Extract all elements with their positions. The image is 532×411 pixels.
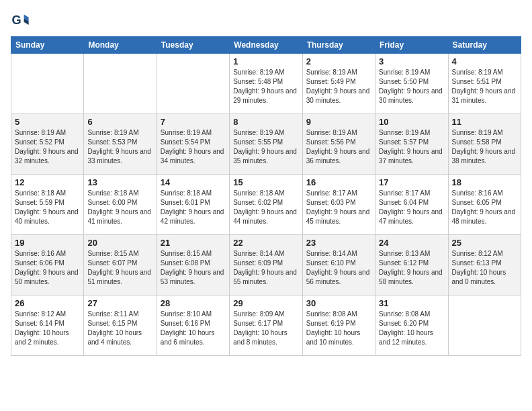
calendar-cell (84, 54, 157, 114)
calendar-cell: 25Sunrise: 8:12 AM Sunset: 6:13 PM Dayli… (448, 235, 521, 295)
day-number: 30 (306, 298, 371, 308)
day-info: Sunrise: 8:11 AM Sunset: 6:15 PM Dayligh… (87, 310, 152, 347)
day-info: Sunrise: 8:19 AM Sunset: 5:52 PM Dayligh… (15, 128, 80, 166)
calendar-cell: 10Sunrise: 8:19 AM Sunset: 5:57 PM Dayli… (375, 114, 448, 175)
day-number: 25 (452, 238, 517, 248)
calendar-cell: 4Sunrise: 8:19 AM Sunset: 5:51 PM Daylig… (448, 54, 521, 114)
day-info: Sunrise: 8:15 AM Sunset: 6:07 PM Dayligh… (87, 249, 152, 287)
day-number: 24 (379, 238, 444, 248)
day-number: 20 (87, 238, 152, 248)
calendar-cell: 21Sunrise: 8:15 AM Sunset: 6:08 PM Dayli… (157, 235, 229, 295)
day-number: 21 (161, 238, 226, 248)
day-info: Sunrise: 8:19 AM Sunset: 5:57 PM Dayligh… (379, 128, 444, 166)
day-number: 11 (452, 117, 517, 127)
header-sunday: Sunday (11, 37, 84, 54)
day-info: Sunrise: 8:16 AM Sunset: 6:05 PM Dayligh… (452, 189, 517, 226)
calendar-cell: 31Sunrise: 8:08 AM Sunset: 6:20 PM Dayli… (375, 295, 448, 356)
day-info: Sunrise: 8:08 AM Sunset: 6:20 PM Dayligh… (379, 310, 444, 347)
day-number: 26 (15, 298, 80, 308)
logo-icon: G (11, 11, 30, 30)
calendar-cell: 27Sunrise: 8:11 AM Sunset: 6:15 PM Dayli… (84, 295, 157, 356)
day-number: 28 (161, 298, 226, 308)
calendar-header-row: SundayMondayTuesdayWednesdayThursdayFrid… (11, 37, 521, 54)
day-number: 12 (15, 177, 80, 187)
day-info: Sunrise: 8:18 AM Sunset: 6:02 PM Dayligh… (233, 189, 298, 226)
calendar-week-row: 1Sunrise: 8:19 AM Sunset: 5:48 PM Daylig… (11, 54, 521, 114)
day-info: Sunrise: 8:18 AM Sunset: 6:01 PM Dayligh… (161, 189, 226, 226)
day-number: 8 (233, 117, 298, 127)
day-info: Sunrise: 8:17 AM Sunset: 6:03 PM Dayligh… (306, 189, 371, 226)
header-wednesday: Wednesday (230, 37, 302, 54)
calendar-cell: 6Sunrise: 8:19 AM Sunset: 5:53 PM Daylig… (84, 114, 157, 175)
day-number: 9 (306, 117, 371, 127)
day-number: 13 (87, 177, 152, 187)
day-number: 10 (379, 117, 444, 127)
calendar-cell (448, 295, 521, 356)
calendar-cell: 5Sunrise: 8:19 AM Sunset: 5:52 PM Daylig… (11, 114, 84, 175)
day-info: Sunrise: 8:18 AM Sunset: 6:00 PM Dayligh… (87, 189, 152, 226)
calendar-week-row: 12Sunrise: 8:18 AM Sunset: 5:59 PM Dayli… (11, 175, 521, 235)
day-info: Sunrise: 8:19 AM Sunset: 5:54 PM Dayligh… (161, 128, 226, 166)
day-number: 1 (233, 56, 298, 66)
day-number: 16 (306, 177, 371, 187)
day-info: Sunrise: 8:19 AM Sunset: 5:53 PM Dayligh… (87, 128, 152, 166)
day-info: Sunrise: 8:19 AM Sunset: 5:50 PM Dayligh… (379, 68, 444, 105)
day-info: Sunrise: 8:19 AM Sunset: 5:58 PM Dayligh… (452, 128, 517, 166)
day-number: 14 (161, 177, 226, 187)
calendar-table: SundayMondayTuesdayWednesdayThursdayFrid… (11, 36, 521, 356)
day-number: 15 (233, 177, 298, 187)
day-number: 2 (306, 56, 371, 66)
day-number: 31 (379, 298, 444, 308)
day-number: 18 (452, 177, 517, 187)
calendar-cell: 9Sunrise: 8:19 AM Sunset: 5:56 PM Daylig… (302, 114, 375, 175)
day-number: 7 (161, 117, 226, 127)
calendar-cell: 16Sunrise: 8:17 AM Sunset: 6:03 PM Dayli… (302, 175, 375, 235)
day-info: Sunrise: 8:14 AM Sunset: 6:09 PM Dayligh… (233, 249, 298, 287)
day-number: 5 (15, 117, 80, 127)
calendar-cell: 29Sunrise: 8:09 AM Sunset: 6:17 PM Dayli… (230, 295, 302, 356)
calendar-cell (11, 54, 84, 114)
day-info: Sunrise: 8:18 AM Sunset: 5:59 PM Dayligh… (15, 189, 80, 226)
day-number: 23 (306, 238, 371, 248)
calendar-week-row: 5Sunrise: 8:19 AM Sunset: 5:52 PM Daylig… (11, 114, 521, 175)
calendar-cell: 1Sunrise: 8:19 AM Sunset: 5:48 PM Daylig… (230, 54, 302, 114)
calendar-cell: 19Sunrise: 8:16 AM Sunset: 6:06 PM Dayli… (11, 235, 84, 295)
calendar-cell: 12Sunrise: 8:18 AM Sunset: 5:59 PM Dayli… (11, 175, 84, 235)
day-info: Sunrise: 8:19 AM Sunset: 5:56 PM Dayligh… (306, 128, 371, 166)
day-info: Sunrise: 8:13 AM Sunset: 6:12 PM Dayligh… (379, 249, 444, 287)
day-info: Sunrise: 8:14 AM Sunset: 6:10 PM Dayligh… (306, 249, 371, 287)
calendar-cell: 3Sunrise: 8:19 AM Sunset: 5:50 PM Daylig… (375, 54, 448, 114)
day-info: Sunrise: 8:19 AM Sunset: 5:49 PM Dayligh… (306, 68, 371, 105)
header-thursday: Thursday (302, 37, 375, 54)
day-info: Sunrise: 8:17 AM Sunset: 6:04 PM Dayligh… (379, 189, 444, 226)
day-info: Sunrise: 8:10 AM Sunset: 6:16 PM Dayligh… (161, 310, 226, 347)
calendar-cell: 11Sunrise: 8:19 AM Sunset: 5:58 PM Dayli… (448, 114, 521, 175)
day-info: Sunrise: 8:08 AM Sunset: 6:19 PM Dayligh… (306, 310, 371, 347)
calendar-cell: 24Sunrise: 8:13 AM Sunset: 6:12 PM Dayli… (375, 235, 448, 295)
day-number: 19 (15, 238, 80, 248)
calendar-cell: 23Sunrise: 8:14 AM Sunset: 6:10 PM Dayli… (302, 235, 375, 295)
day-info: Sunrise: 8:19 AM Sunset: 5:48 PM Dayligh… (233, 68, 298, 105)
day-number: 6 (87, 117, 152, 127)
calendar-cell: 7Sunrise: 8:19 AM Sunset: 5:54 PM Daylig… (157, 114, 229, 175)
header-friday: Friday (375, 37, 448, 54)
calendar-cell: 26Sunrise: 8:12 AM Sunset: 6:14 PM Dayli… (11, 295, 84, 356)
calendar-cell: 28Sunrise: 8:10 AM Sunset: 6:16 PM Dayli… (157, 295, 229, 356)
day-number: 27 (87, 298, 152, 308)
calendar-cell: 8Sunrise: 8:19 AM Sunset: 5:55 PM Daylig… (230, 114, 302, 175)
calendar-cell (157, 54, 229, 114)
day-number: 22 (233, 238, 298, 248)
day-info: Sunrise: 8:09 AM Sunset: 6:17 PM Dayligh… (233, 310, 298, 347)
day-info: Sunrise: 8:12 AM Sunset: 6:14 PM Dayligh… (15, 310, 80, 347)
logo: G (11, 11, 32, 30)
day-info: Sunrise: 8:19 AM Sunset: 5:55 PM Dayligh… (233, 128, 298, 166)
calendar-cell: 15Sunrise: 8:18 AM Sunset: 6:02 PM Dayli… (230, 175, 302, 235)
header-tuesday: Tuesday (157, 37, 229, 54)
calendar-cell: 30Sunrise: 8:08 AM Sunset: 6:19 PM Dayli… (302, 295, 375, 356)
day-info: Sunrise: 8:19 AM Sunset: 5:51 PM Dayligh… (452, 68, 517, 105)
calendar-week-row: 26Sunrise: 8:12 AM Sunset: 6:14 PM Dayli… (11, 295, 521, 356)
calendar-cell: 14Sunrise: 8:18 AM Sunset: 6:01 PM Dayli… (157, 175, 229, 235)
day-number: 29 (233, 298, 298, 308)
day-info: Sunrise: 8:16 AM Sunset: 6:06 PM Dayligh… (15, 249, 80, 287)
calendar-cell: 13Sunrise: 8:18 AM Sunset: 6:00 PM Dayli… (84, 175, 157, 235)
